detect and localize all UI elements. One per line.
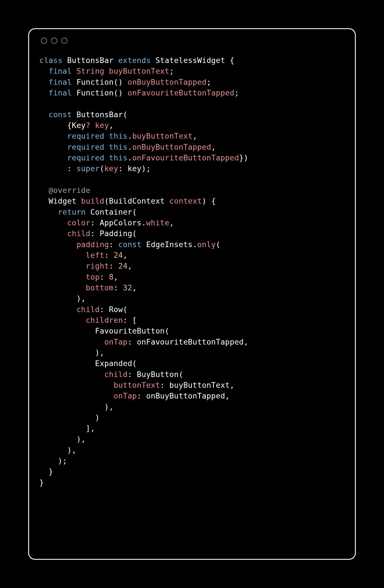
- indent: [39, 337, 104, 346]
- kw-extends: extends: [118, 56, 156, 65]
- arg-key: key: [104, 164, 118, 173]
- text: : AppColors.: [90, 218, 146, 227]
- indent: [39, 305, 77, 314]
- indent: [39, 240, 77, 249]
- kw-final: final: [49, 78, 77, 86]
- param-buyButtonText: buyButtonText: [132, 132, 193, 140]
- close-paren: ): [39, 413, 100, 422]
- indent: [39, 283, 86, 292]
- value-white: white: [146, 218, 169, 227]
- indent: [39, 218, 67, 227]
- value-buyButtonText: : buyButtonText,: [160, 381, 234, 389]
- kw-final: final: [49, 67, 77, 75]
- call-buybutton: : BuyButton(: [128, 370, 183, 379]
- arg-top: top: [86, 273, 100, 281]
- kw-final: final: [49, 88, 77, 97]
- close-brace: }: [39, 467, 53, 476]
- arg-onTap: onTap: [114, 391, 137, 400]
- punct: .: [128, 132, 132, 140]
- indent: :: [39, 164, 77, 173]
- indent: [39, 316, 86, 325]
- close-paren: ),: [39, 294, 86, 303]
- kw-class: class: [39, 56, 67, 65]
- indent: [39, 143, 67, 151]
- punct: ,: [193, 132, 197, 140]
- class-name: ButtonsBar: [67, 56, 118, 65]
- close-paren: ),: [39, 446, 77, 454]
- indent: [39, 251, 86, 260]
- call-container: Container(: [90, 208, 137, 216]
- punct: ,: [211, 143, 216, 151]
- indent: [39, 273, 86, 281]
- num-24: 24: [118, 262, 128, 270]
- arg-children: children: [86, 316, 123, 325]
- type-function: Function(): [77, 88, 128, 97]
- kw-const: const: [49, 110, 77, 119]
- punct: :: [104, 251, 114, 260]
- code-block: class ButtonsBar extends StatelessWidget…: [39, 55, 345, 488]
- kw-this: this: [109, 153, 128, 162]
- indent: [39, 186, 49, 195]
- arg-buttonText: buttonText: [114, 381, 160, 389]
- punct: :: [114, 283, 123, 292]
- field-onBuyButtonTapped: onBuyButtonTapped: [128, 78, 207, 86]
- punct: ;: [206, 78, 211, 86]
- value-onBuyButtonTapped: : onBuyButtonTapped,: [137, 391, 230, 400]
- window-zoom-dot[interactable]: [61, 38, 67, 44]
- value-onFavouriteButtonTapped: : onFavouriteButtonTapped,: [128, 337, 248, 346]
- call-padding: : Padding(: [90, 229, 137, 238]
- punct: }): [239, 153, 248, 162]
- punct: :: [109, 262, 118, 270]
- punct: ;: [234, 88, 239, 97]
- arg-color: color: [67, 218, 90, 227]
- call-expanded: Expanded(: [39, 359, 137, 368]
- arg-onTap: onTap: [104, 337, 127, 346]
- class-edgeinsets: EdgeInsets.: [146, 240, 197, 249]
- type-function: Function(): [77, 78, 128, 86]
- kw-required: required: [67, 132, 109, 140]
- call-row: : Row(: [100, 305, 128, 314]
- close-paren: ),: [39, 435, 86, 443]
- indent: [39, 153, 67, 162]
- super-class: StatelessWidget {: [155, 56, 234, 65]
- nullable-q: ?: [86, 121, 90, 130]
- annotation-override: @override: [49, 186, 90, 195]
- arg-right: right: [86, 262, 109, 270]
- window-close-dot[interactable]: [41, 38, 47, 44]
- kw-required: required: [67, 143, 109, 151]
- param-buildcontext: (BuildContext: [104, 197, 169, 205]
- method-build: build: [81, 197, 104, 205]
- indent: [39, 391, 114, 400]
- punct: ,: [109, 121, 114, 130]
- close-brace: }: [39, 478, 44, 487]
- kw-const: const: [118, 240, 146, 249]
- punct: ) {: [202, 197, 216, 205]
- num-24: 24: [114, 251, 123, 260]
- kw-this: this: [109, 132, 128, 140]
- window-titlebar: [39, 38, 345, 44]
- arg-bottom: bottom: [86, 283, 114, 292]
- arg-left: left: [86, 251, 104, 260]
- arg-child: child: [104, 370, 127, 379]
- indent: [39, 110, 49, 119]
- field-onFavouriteButtonTapped: onFavouriteButtonTapped: [128, 88, 234, 97]
- kw-super: super: [77, 164, 100, 173]
- indent: [39, 132, 67, 140]
- punct: ,: [169, 218, 174, 227]
- kw-required: required: [67, 153, 109, 162]
- param-key-type: {Key: [39, 121, 86, 130]
- punct: ,: [114, 273, 118, 281]
- return-type: Widget: [39, 197, 81, 205]
- close-paren-semi: );: [39, 456, 67, 465]
- close-bracket: ],: [39, 424, 95, 433]
- kw-this: this: [109, 143, 128, 151]
- param-onFavouriteButtonTapped: onFavouriteButtonTapped: [132, 153, 239, 162]
- arg-padding: padding: [77, 240, 109, 249]
- punct: ,: [128, 262, 132, 270]
- punct: :: [100, 273, 109, 281]
- punct: ,: [123, 251, 127, 260]
- kw-return: return: [58, 208, 90, 216]
- indent: [39, 88, 49, 97]
- window-minimize-dot[interactable]: [51, 38, 57, 44]
- punct: .: [128, 143, 132, 151]
